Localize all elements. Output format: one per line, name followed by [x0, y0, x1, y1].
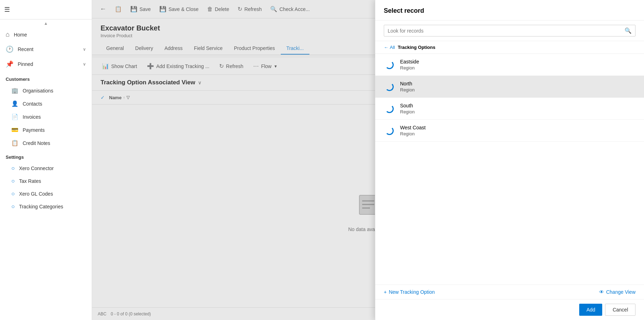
eastside-sub: Region: [400, 65, 419, 71]
west-coast-text: West Coast Region: [400, 125, 426, 136]
sidebar-item-credit-notes[interactable]: 📋 Credit Notes: [0, 136, 92, 150]
panel-title: Select record: [375, 0, 644, 21]
breadcrumb-current-label: Tracking Options: [398, 45, 435, 50]
new-tracking-option-link[interactable]: + New Tracking Option: [384, 289, 435, 295]
sidebar-label-xero-gl-codes: Xero GL Codes: [19, 191, 53, 197]
sidebar-item-xero-gl-codes[interactable]: ○ Xero GL Codes: [0, 187, 92, 200]
sidebar-label-organisations: Organisations: [23, 88, 53, 94]
west-coast-icon: [384, 125, 395, 136]
xero-gl-codes-icon: ○: [11, 191, 15, 197]
list-item-south[interactable]: South Region: [375, 98, 644, 120]
eastside-name: Eastside: [400, 59, 419, 64]
settings-section-label: Settings: [0, 150, 92, 162]
sidebar-label-xero-connector: Xero Connector: [19, 165, 54, 171]
sidebar-header: ☰: [0, 0, 92, 19]
xero-connector-icon: ○: [11, 165, 15, 172]
sidebar-item-tax-rates[interactable]: ○ Tax Rates: [0, 175, 92, 187]
pinned-chevron-icon: ∨: [83, 62, 86, 67]
credit-notes-icon: 📋: [11, 140, 18, 146]
plus-icon: +: [384, 289, 387, 295]
south-sub: Region: [400, 109, 415, 114]
sidebar-item-organisations[interactable]: 🏢 Organisations: [0, 84, 92, 97]
breadcrumb-back-label: All: [390, 45, 395, 50]
panel-bottom-buttons: Add Cancel: [375, 299, 644, 320]
customers-section-label: Customers: [0, 72, 92, 84]
south-name: South: [400, 103, 415, 108]
invoices-icon: 📄: [11, 113, 18, 120]
tax-rates-icon: ○: [11, 178, 15, 184]
payments-icon: 💳: [11, 127, 18, 133]
list-item-north[interactable]: North Region: [375, 76, 644, 98]
west-coast-name: West Coast: [400, 125, 426, 130]
tracking-categories-icon: ○: [11, 203, 15, 210]
sidebar-label-invoices: Invoices: [23, 114, 41, 120]
north-name: North: [400, 81, 415, 86]
list-item-west-coast[interactable]: West Coast Region: [375, 120, 644, 142]
breadcrumb-arrow-icon: ←: [384, 45, 388, 50]
sidebar-item-pinned[interactable]: 📌 Pinned ∨: [0, 57, 92, 72]
west-coast-sub: Region: [400, 131, 426, 136]
search-input[interactable]: [388, 28, 625, 34]
breadcrumb: ← All Tracking Options: [375, 41, 644, 54]
select-record-panel: Select record 🔍 ← All Tracking Options E…: [375, 0, 644, 320]
hamburger-icon[interactable]: ☰: [4, 6, 10, 13]
sidebar: ☰ ▲ ⌂ Home 🕐 Recent ∨ 📌 Pinned ∨ Custome…: [0, 0, 92, 320]
search-icon[interactable]: 🔍: [625, 27, 632, 34]
add-button[interactable]: Add: [579, 304, 602, 316]
eastside-text: Eastside Region: [400, 59, 419, 71]
cancel-button[interactable]: Cancel: [605, 304, 636, 316]
sidebar-item-contacts[interactable]: 👤 Contacts: [0, 97, 92, 110]
north-text: North Region: [400, 81, 415, 92]
recent-chevron-icon: ∨: [83, 47, 86, 52]
organisations-icon: 🏢: [11, 87, 18, 94]
search-box[interactable]: 🔍: [384, 25, 636, 37]
sidebar-label-home: Home: [14, 32, 86, 38]
panel-footer: + New Tracking Option 👁 Change View: [375, 285, 644, 299]
new-tracking-label: New Tracking Option: [389, 289, 435, 295]
list-item-eastside[interactable]: Eastside Region: [375, 54, 644, 76]
change-view-label: Change View: [606, 289, 636, 295]
sidebar-item-xero-connector[interactable]: ○ Xero Connector: [0, 162, 92, 175]
sidebar-item-payments[interactable]: 💳 Payments: [0, 123, 92, 136]
south-text: South Region: [400, 103, 415, 114]
sidebar-item-tracking-categories[interactable]: ○ Tracking Categories: [0, 200, 92, 213]
eye-icon: 👁: [599, 289, 604, 295]
sidebar-label-payments: Payments: [23, 127, 45, 133]
sidebar-item-invoices[interactable]: 📄 Invoices: [0, 110, 92, 123]
eastside-icon: [384, 59, 395, 71]
recent-icon: 🕐: [6, 45, 13, 53]
sidebar-label-contacts: Contacts: [23, 101, 42, 107]
sidebar-item-recent[interactable]: 🕐 Recent ∨: [0, 42, 92, 57]
main-area: ← 📋 💾 Save 💾 Save & Close 🗑 Delete ↻ Ref…: [92, 0, 644, 320]
south-icon: [384, 103, 395, 114]
contacts-icon: 👤: [11, 100, 18, 107]
sidebar-label-tax-rates: Tax Rates: [19, 178, 41, 184]
north-sub: Region: [400, 87, 415, 92]
breadcrumb-back-link[interactable]: ← All: [384, 45, 395, 50]
sidebar-label-recent: Recent: [18, 46, 83, 52]
scroll-up-indicator: ▲: [0, 19, 92, 27]
home-icon: ⌂: [6, 31, 10, 38]
sidebar-label-tracking-categories: Tracking Categories: [19, 204, 63, 209]
north-icon: [384, 81, 395, 92]
change-view-link[interactable]: 👁 Change View: [599, 289, 636, 295]
sidebar-item-home[interactable]: ⌂ Home: [0, 27, 92, 42]
panel-list: Eastside Region North Region: [375, 54, 644, 285]
sidebar-label-credit-notes: Credit Notes: [23, 140, 50, 146]
panel-search-row: 🔍: [375, 21, 644, 41]
pin-icon: 📌: [6, 60, 13, 68]
sidebar-label-pinned: Pinned: [18, 61, 83, 67]
